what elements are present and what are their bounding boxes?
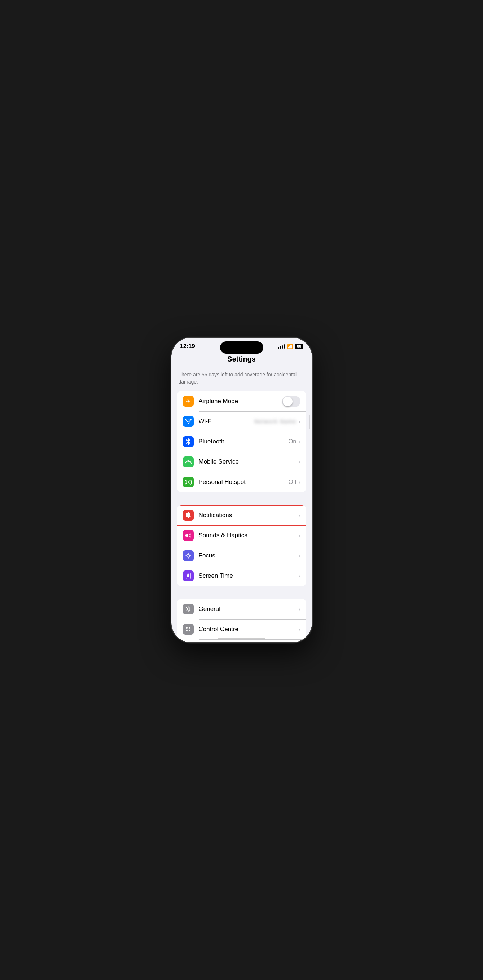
bluetooth-value: On bbox=[288, 438, 297, 445]
sounds-haptics-row[interactable]: Sounds & Haptics › bbox=[177, 525, 306, 546]
scrollbar-track bbox=[309, 360, 310, 635]
scrollbar-thumb[interactable] bbox=[309, 415, 310, 429]
notifications-icon bbox=[183, 510, 194, 521]
page-title-text: Settings bbox=[227, 355, 256, 363]
mobile-service-label: Mobile Service bbox=[199, 458, 299, 466]
page-title: Settings bbox=[172, 353, 312, 368]
mobile-service-chevron: › bbox=[299, 459, 300, 465]
focus-chevron: › bbox=[299, 553, 300, 558]
wifi-label: Wi-Fi bbox=[199, 418, 255, 425]
alerts-group: Notifications › Sounds & Haptics › bbox=[177, 505, 306, 586]
battery-icon: 88 bbox=[295, 344, 303, 349]
svg-point-7 bbox=[189, 630, 191, 632]
airplane-mode-toggle[interactable] bbox=[282, 396, 300, 407]
mobile-service-row[interactable]: Mobile Service › bbox=[177, 452, 306, 472]
bluetooth-label: Bluetooth bbox=[199, 438, 289, 445]
personal-hotspot-row[interactable]: Personal Hotspot Off › bbox=[177, 472, 306, 492]
bluetooth-chevron: › bbox=[299, 439, 300, 444]
bluetooth-row[interactable]: Bluetooth On › bbox=[177, 431, 306, 452]
screen-time-row[interactable]: Screen Time › bbox=[177, 566, 306, 586]
system-group: General › Control Centre › bbox=[177, 599, 306, 642]
phone-frame: 12:19 📶 88 Settings There are 56 days le… bbox=[172, 338, 312, 642]
svg-point-5 bbox=[189, 627, 191, 628]
general-chevron: › bbox=[299, 606, 300, 612]
coverage-notice: There are 56 days left to add coverage f… bbox=[172, 368, 312, 391]
control-centre-row[interactable]: Control Centre › bbox=[177, 619, 306, 640]
dynamic-island bbox=[220, 341, 263, 353]
general-row[interactable]: General › bbox=[177, 599, 306, 619]
wifi-network-value: Network Name bbox=[254, 418, 297, 424]
home-indicator[interactable] bbox=[218, 638, 265, 640]
status-time: 12:19 bbox=[180, 343, 195, 350]
general-icon bbox=[183, 604, 194, 614]
sounds-haptics-label: Sounds & Haptics bbox=[199, 532, 299, 539]
status-bar: 12:19 📶 88 bbox=[172, 338, 312, 353]
notifications-label: Notifications bbox=[199, 512, 299, 519]
content-scroll[interactable]: There are 56 days left to add coverage f… bbox=[172, 368, 312, 642]
sounds-haptics-chevron: › bbox=[299, 533, 300, 538]
svg-point-4 bbox=[186, 627, 187, 628]
control-centre-chevron: › bbox=[299, 627, 300, 632]
screen: 12:19 📶 88 Settings There are 56 days le… bbox=[172, 338, 312, 642]
status-icons: 📶 88 bbox=[278, 344, 303, 349]
wifi-row[interactable]: Wi-Fi Network Name › bbox=[177, 411, 306, 431]
airplane-mode-icon: ✈ bbox=[183, 396, 194, 407]
svg-point-3 bbox=[187, 608, 189, 610]
sounds-haptics-icon bbox=[183, 530, 194, 541]
control-centre-label: Control Centre bbox=[199, 626, 299, 633]
svg-point-0 bbox=[187, 481, 189, 483]
personal-hotspot-chevron: › bbox=[299, 479, 300, 485]
screen-time-label: Screen Time bbox=[199, 572, 299, 579]
notifications-row[interactable]: Notifications › bbox=[177, 505, 306, 525]
wifi-chevron: › bbox=[299, 418, 300, 424]
wifi-status-icon: 📶 bbox=[287, 344, 293, 349]
focus-row[interactable]: Focus › bbox=[177, 546, 306, 566]
airplane-mode-row[interactable]: ✈ Airplane Mode bbox=[177, 391, 306, 411]
focus-label: Focus bbox=[199, 552, 299, 559]
notifications-chevron: › bbox=[299, 512, 300, 518]
svg-rect-2 bbox=[187, 574, 189, 578]
svg-point-6 bbox=[186, 630, 187, 632]
personal-hotspot-icon bbox=[183, 477, 194, 487]
signal-bars-icon bbox=[278, 344, 284, 348]
personal-hotspot-label: Personal Hotspot bbox=[199, 479, 289, 486]
mobile-service-icon bbox=[183, 457, 194, 467]
screen-time-icon bbox=[183, 571, 194, 581]
wifi-icon bbox=[183, 416, 194, 427]
bluetooth-icon bbox=[183, 436, 194, 447]
focus-icon bbox=[183, 550, 194, 561]
control-centre-icon bbox=[183, 624, 194, 635]
connectivity-group: ✈ Airplane Mode Wi-Fi N bbox=[177, 391, 306, 492]
screen-time-chevron: › bbox=[299, 573, 300, 579]
airplane-mode-label: Airplane Mode bbox=[199, 398, 282, 405]
display-brightness-row[interactable]: Display & Brightness › bbox=[177, 640, 306, 642]
general-label: General bbox=[199, 606, 299, 612]
personal-hotspot-value: Off bbox=[288, 479, 296, 486]
